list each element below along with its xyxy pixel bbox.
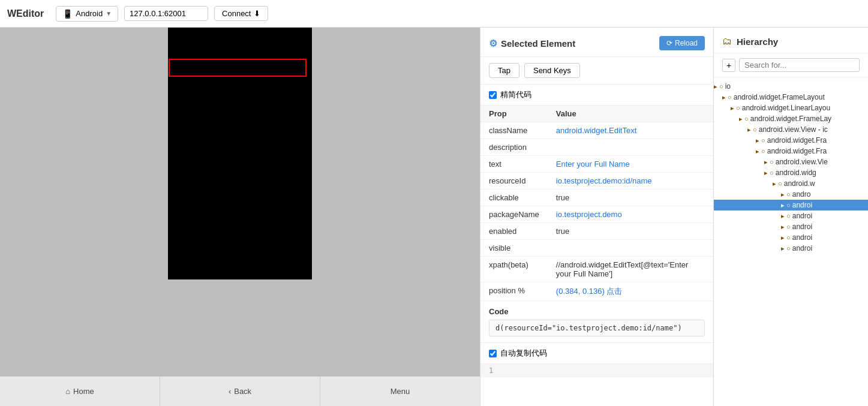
prop-key: packageName [480,206,548,223]
connect-label: Connect [222,9,251,18]
tree-node-icon: ▸ ○ [756,148,765,155]
tree-node-label: android.widget.FrameLay [750,115,831,123]
auto-copy-checkbox[interactable] [489,350,497,357]
table-row: position %(0.384, 0.136) 点击 [480,282,713,301]
tree-node[interactable]: ▸ ○android.widget.Fra [714,135,868,146]
home-icon: ⌂ [65,387,70,396]
phone-icon: 📱 [62,9,73,19]
tree-node-icon: ▸ ○ [764,158,774,166]
tree-node[interactable]: ▸ ○android.widget.FrameLayout [714,92,868,103]
tree-node-label: androi [792,244,812,252]
prop-key: description [480,139,548,156]
prop-value: true [548,223,713,240]
tree-node-icon: ▸ ○ [781,212,791,220]
table-row: visible [480,240,713,257]
simplify-code-label: 精简代码 [500,89,531,100]
tree-node[interactable]: ▸ ○andro [714,189,868,200]
table-row: textEnter your Full Name [480,156,713,173]
tree-node[interactable]: ▸ ○android.widget.Fra [714,146,868,157]
platform-label: Android [76,9,103,18]
detail-title: ⚙ Selected Element [489,38,575,49]
search-input[interactable] [739,58,860,72]
hierarchy-tree: ▸ ○io▸ ○android.widget.FrameLayout▸ ○and… [714,77,868,406]
back-icon: ‹ [229,387,231,396]
tree-node-icon: ▸ ○ [781,191,791,199]
home-label: Home [73,387,94,396]
tree-node-label: io [725,82,731,91]
selected-element-rect [169,59,307,77]
prop-value: (0.384, 0.136) 点击 [548,282,713,301]
prop-value: Enter your Full Name [548,156,713,173]
tree-node-label: android.view.Vie [776,158,828,166]
hierarchy-panel: 🗂 Hierarchy + ▸ ○io▸ ○android.widget.Fra… [714,28,868,406]
tree-node-icon: ▸ ○ [781,234,791,242]
tree-node[interactable]: ▸ ○android.w [714,178,868,189]
tree-node[interactable]: ▸ ○android.view.Vie [714,157,868,167]
tree-node-icon: ▸ ○ [781,245,791,252]
table-row: enabledtrue [480,223,713,240]
tree-node-icon: ▸ ○ [739,115,749,123]
simplify-code-checkbox[interactable] [489,91,497,99]
hierarchy-header: 🗂 Hierarchy [714,28,868,53]
tree-node-icon: ▸ ○ [714,83,723,91]
topbar: WEditor 📱 Android ▼ Connect ⬇ [0,0,868,28]
menu-label: Menu [391,387,410,396]
auto-copy-label: 自动复制代码 [500,348,547,359]
add-button[interactable]: + [722,59,735,72]
hierarchy-toolbar: + [714,53,868,77]
code-box: d(resourceId="io.testproject.demo:id/nam… [489,320,705,336]
connect-icon: ⬇ [254,9,260,18]
line-number: 1 [489,366,493,375]
tree-node-label: android.view.View - ic [759,125,828,134]
phone-bottom-bar: ⌂ Home ‹ Back Menu [0,376,480,406]
prop-key: visible [480,240,548,257]
tree-node-label: android.widget.Fra [767,136,827,145]
prop-value: android.widget.EditText [548,122,713,139]
prop-value: //android.widget.EditText[@text='Enter y… [548,257,713,282]
tree-node-label: andro [792,190,811,199]
table-row: classNameandroid.widget.EditText [480,122,713,139]
tree-node-label: androi [792,201,812,209]
table-row: packageNameio.testproject.demo [480,206,713,223]
prop-header: Prop [480,106,548,122]
tree-node-icon: ▸ ○ [731,104,740,112]
home-button[interactable]: ⌂ Home [0,377,160,406]
tree-node-icon: ▸ ○ [764,169,774,177]
tree-node[interactable]: ▸ ○android.widg [714,167,868,178]
tree-node[interactable]: ▸ ○androi [714,221,868,232]
send-keys-button[interactable]: Send Keys [524,63,580,78]
simplify-code-row: 精简代码 [480,85,713,106]
prop-key: clickable [480,190,548,206]
platform-dropdown[interactable]: 📱 Android ▼ [56,6,118,22]
tree-node-icon: ▸ ○ [781,223,791,231]
prop-key: position % [480,282,548,301]
tree-node[interactable]: ▸ ○android.view.View - ic [714,124,868,135]
menu-button[interactable]: Menu [320,377,480,406]
chevron-down-icon: ▼ [106,10,112,17]
reload-button[interactable]: ⟳ Reload [659,36,705,50]
tree-node[interactable]: ▸ ○androi [714,210,868,221]
prop-key: text [480,156,548,173]
back-button[interactable]: ‹ Back [160,377,320,406]
action-row: Tap Send Keys [480,57,713,85]
tree-node[interactable]: ▸ ○androi [714,243,868,254]
tree-node[interactable]: ▸ ○androi [714,232,868,243]
tree-node[interactable]: ▸ ○android.widget.LinearLayou [714,103,868,113]
hierarchy-title: Hierarchy [737,37,778,47]
props-table: Prop Value classNameandroid.widget.EditT… [480,106,713,301]
main-area: ⌂ Home ‹ Back Menu ⚙ Selected Element ⟳ … [0,28,868,406]
prop-key: enabled [480,223,548,240]
prop-value: true [548,190,713,206]
detail-title-text: Selected Element [501,38,575,49]
prop-key: resourceId [480,173,548,190]
tree-node-icon: ▸ ○ [781,202,791,209]
tree-node[interactable]: ▸ ○io [714,81,868,92]
tree-node[interactable]: ▸ ○androi [714,200,868,210]
detail-panel: ⚙ Selected Element ⟳ Reload Tap Send Key… [480,28,714,406]
detail-header: ⚙ Selected Element ⟳ Reload [480,28,713,57]
tree-node[interactable]: ▸ ○android.widget.FrameLay [714,113,868,124]
connect-button[interactable]: Connect ⬇ [214,6,268,21]
ip-input[interactable] [124,6,208,21]
tap-button[interactable]: Tap [489,63,519,78]
tree-node-icon: ▸ ○ [756,137,765,145]
